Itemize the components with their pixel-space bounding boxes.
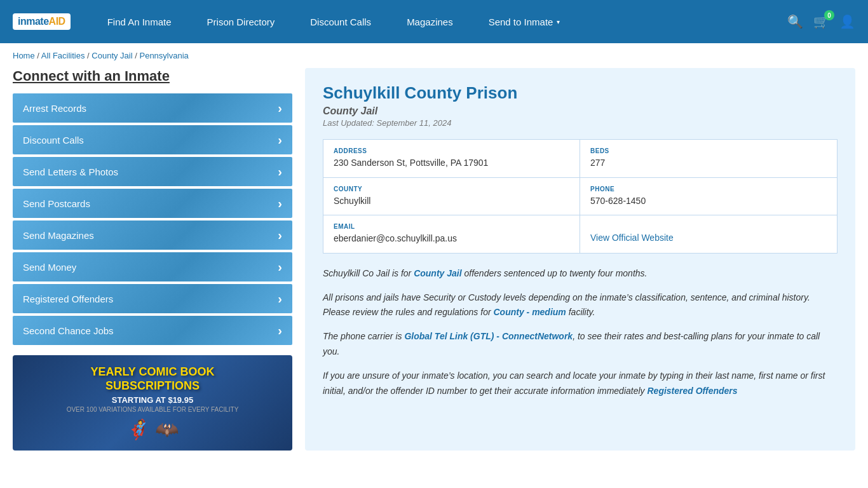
beds-value: 277 [590,157,827,170]
navbar-icons: 🔍 🛒 0 👤 [787,14,855,29]
hero-icon-2: 🦇 [155,418,179,440]
beds-label: BEDS [590,147,827,154]
breadcrumb: Home / All Facilities / County Jail / Pe… [0,43,868,68]
description-block: Schuylkill Co Jail is for County Jail of… [323,266,837,399]
email-cell: EMAIL eberdanier@co.schuylkill.pa.us [323,215,580,253]
sidebar-menu: Arrest Records › Discount Calls › Send L… [13,93,292,345]
facility-type: County Jail [323,105,837,117]
ad-banner[interactable]: YEARLY COMIC BOOK SUBSCRIPTIONS STARTING… [13,355,292,451]
navbar-links: Find An Inmate Prison Directory Discount… [90,0,787,43]
ad-title: YEARLY COMIC BOOK SUBSCRIPTIONS [90,365,214,393]
nav-discount-calls[interactable]: Discount Calls [292,0,389,43]
logo-aid: AID [49,16,65,27]
sidebar-item-second-chance-jobs[interactable]: Second Chance Jobs › [13,316,292,345]
facility-name: Schuylkill County Prison [323,83,837,103]
chevron-right-icon: › [278,133,282,147]
main-container: Connect with an Inmate Arrest Records › … [0,68,868,463]
navbar: inmateAID Find An Inmate Prison Director… [0,0,868,43]
phone-value: 570-628-1450 [590,195,827,208]
county-cell: COUNTY Schuylkill [323,178,580,216]
sidebar-item-arrest-records[interactable]: Arrest Records › [13,93,292,123]
address-label: ADDRESS [334,147,569,154]
county-label: COUNTY [334,186,569,193]
chevron-right-icon: › [278,101,282,116]
logo-text: inmate [18,16,49,27]
chevron-right-icon: › [278,323,282,338]
search-icon[interactable]: 🔍 [787,14,803,29]
county-medium-link[interactable]: County - medium [493,307,566,317]
chevron-right-icon: › [278,228,282,243]
view-official-website-link[interactable]: View Official Website [590,233,674,243]
address-cell: ADDRESS 230 Sanderson St, Pottsville, PA… [323,140,580,178]
logo[interactable]: inmateAID [13,13,71,30]
desc-para-4: If you are unsure of your inmate’s locat… [323,369,837,399]
nav-send-to-inmate[interactable]: Send to Inmate ▾ [471,0,578,43]
breadcrumb-home[interactable]: Home [13,51,35,60]
nav-find-inmate[interactable]: Find An Inmate [90,0,189,43]
phone-label: PHONE [590,186,827,193]
content-area: Schuylkill County Prison County Jail Las… [305,68,855,451]
breadcrumb-county-jail[interactable]: County Jail [92,51,132,60]
sidebar-item-discount-calls[interactable]: Discount Calls › [13,125,292,154]
phone-cell: PHONE 570-628-1450 [580,178,837,216]
cart-icon[interactable]: 🛒 0 [813,14,829,29]
registered-offenders-link[interactable]: Registered Offenders [647,386,737,396]
chevron-right-icon: › [278,165,282,179]
beds-cell: BEDS 277 [580,140,837,178]
nav-magazines[interactable]: Magazines [389,0,471,43]
sidebar-item-registered-offenders[interactable]: Registered Offenders › [13,284,292,313]
breadcrumb-all-facilities[interactable]: All Facilities [41,51,85,60]
chevron-right-icon: › [278,292,282,306]
desc-para-3: The phone carrier is Global Tel Link (GT… [323,329,837,360]
address-value: 230 Sanderson St, Pottsville, PA 17901 [334,157,569,170]
cart-badge: 0 [824,10,834,20]
hero-icon-1: 🦸 [126,418,150,440]
website-cell: View Official Website [580,215,837,253]
nav-prison-directory[interactable]: Prison Directory [189,0,293,43]
gtl-link[interactable]: Global Tel Link (GTL) - ConnectNetwork [404,331,573,341]
sidebar-item-send-magazines[interactable]: Send Magazines › [13,220,292,250]
website-spacer [590,223,827,230]
chevron-right-icon: › [278,196,282,211]
chevron-down-icon: ▾ [557,18,560,25]
desc-para-2: All prisons and jails have Security or C… [323,290,837,321]
facility-info-grid: ADDRESS 230 Sanderson St, Pottsville, PA… [323,139,837,254]
sidebar-title: Connect with an Inmate [13,68,292,85]
email-label: EMAIL [334,223,569,230]
chevron-right-icon: › [278,260,282,274]
ad-subtitle: STARTING AT $19.95 [112,395,193,405]
email-value: eberdanier@co.schuylkill.pa.us [334,233,569,245]
sidebar: Connect with an Inmate Arrest Records › … [13,68,292,451]
sidebar-item-send-letters[interactable]: Send Letters & Photos › [13,157,292,186]
ad-disclaimer: OVER 100 VARIATIONS AVAILABLE FOR EVERY … [67,406,239,413]
sidebar-item-send-postcards[interactable]: Send Postcards › [13,189,292,218]
desc-para-1: Schuylkill Co Jail is for County Jail of… [323,266,837,281]
user-icon[interactable]: 👤 [839,14,855,29]
sidebar-item-send-money[interactable]: Send Money › [13,252,292,281]
county-value: Schuylkill [334,195,569,208]
breadcrumb-pennsylvania[interactable]: Pennsylvania [139,51,188,60]
county-jail-link[interactable]: County Jail [414,268,461,278]
facility-updated: Last Updated: September 11, 2024 [323,118,837,128]
ad-heroes: 🦸 🦇 [126,418,179,440]
